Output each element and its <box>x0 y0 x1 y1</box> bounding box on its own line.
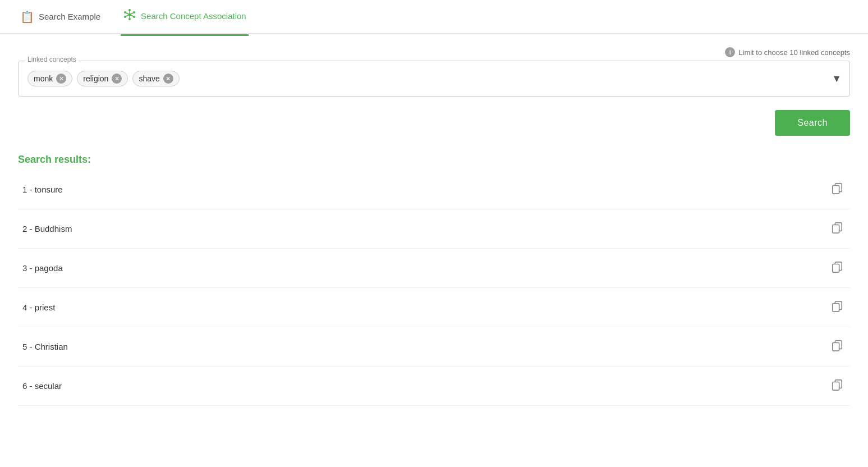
result-label-6: 6 - secular <box>22 381 62 391</box>
search-example-icon: 📋 <box>20 10 34 24</box>
svg-rect-24 <box>833 382 839 391</box>
tag-label-shave: shave <box>139 74 159 83</box>
search-button[interactable]: Search <box>775 110 850 136</box>
tag-label-religion: religion <box>83 74 108 83</box>
svg-rect-22 <box>833 343 839 351</box>
tag-shave: shave✕ <box>132 71 179 86</box>
tag-remove-religion[interactable]: ✕ <box>112 74 122 84</box>
copy-button-1[interactable] <box>829 180 846 199</box>
dropdown-arrow-icon[interactable]: ▼ <box>832 73 842 85</box>
tag-religion: religion✕ <box>77 71 128 86</box>
svg-line-9 <box>126 13 128 14</box>
copy-button-6[interactable] <box>829 377 846 395</box>
svg-rect-18 <box>833 264 839 273</box>
tag-monk: monk✕ <box>27 71 72 86</box>
nav-item-search-concept-association[interactable]: Search Concept Association <box>121 0 249 36</box>
result-row-2: 2 - Buddhism <box>18 209 850 249</box>
linked-concepts-container[interactable]: Linked concepts monk✕religion✕shave✕ ▼ <box>18 61 850 97</box>
concept-association-icon <box>123 8 136 24</box>
result-label-5: 5 - Christian <box>22 342 68 351</box>
result-label-3: 3 - pagoda <box>22 263 63 273</box>
svg-point-3 <box>124 11 126 13</box>
svg-point-6 <box>133 16 135 18</box>
limit-note-row: i Limit to choose 10 linked concepts <box>18 47 850 57</box>
copy-button-3[interactable] <box>829 259 846 277</box>
result-row-3: 3 - pagoda <box>18 249 850 288</box>
svg-point-1 <box>128 9 131 11</box>
tag-remove-shave[interactable]: ✕ <box>163 74 173 84</box>
copy-button-5[interactable] <box>829 337 846 356</box>
nav-item-search-example[interactable]: 📋 Search Example <box>18 0 103 36</box>
nav-item-search-concept-label: Search Concept Association <box>141 11 246 21</box>
svg-point-4 <box>133 11 135 13</box>
tags-container: monk✕religion✕shave✕ <box>27 71 180 86</box>
tag-remove-monk[interactable]: ✕ <box>56 74 66 84</box>
results-title: Search results: <box>18 154 850 166</box>
nav-bar: 📋 Search Example <box>18 0 249 36</box>
result-label-2: 2 - Buddhism <box>22 224 72 233</box>
svg-rect-16 <box>833 225 839 233</box>
copy-button-4[interactable] <box>829 298 846 317</box>
result-row-1: 1 - tonsure <box>18 170 850 209</box>
result-label-1: 1 - tonsure <box>22 185 63 194</box>
result-row-6: 6 - secular <box>18 367 850 406</box>
svg-point-5 <box>124 16 126 18</box>
svg-line-10 <box>131 15 133 16</box>
svg-rect-20 <box>833 304 839 312</box>
svg-point-2 <box>128 18 131 20</box>
copy-button-2[interactable] <box>829 219 846 238</box>
linked-concepts-label: Linked concepts <box>25 56 79 63</box>
svg-line-12 <box>126 15 128 16</box>
svg-line-11 <box>131 13 133 14</box>
header: 📋 Search Example <box>0 0 868 34</box>
svg-rect-14 <box>833 186 839 194</box>
result-row-4: 4 - priest <box>18 288 850 327</box>
nav-item-search-example-label: Search Example <box>39 12 100 21</box>
result-row-5: 5 - Christian <box>18 327 850 367</box>
svg-point-0 <box>128 13 131 16</box>
limit-note-text: Limit to choose 10 linked concepts <box>738 48 850 57</box>
search-button-row: Search <box>18 110 850 136</box>
info-icon: i <box>725 47 735 57</box>
result-label-4: 4 - priest <box>22 303 55 312</box>
main-content: i Limit to choose 10 linked concepts Lin… <box>0 34 868 419</box>
results-list: 1 - tonsure 2 - Buddhism 3 - pagoda 4 - … <box>18 170 850 406</box>
tag-label-monk: monk <box>34 74 53 83</box>
